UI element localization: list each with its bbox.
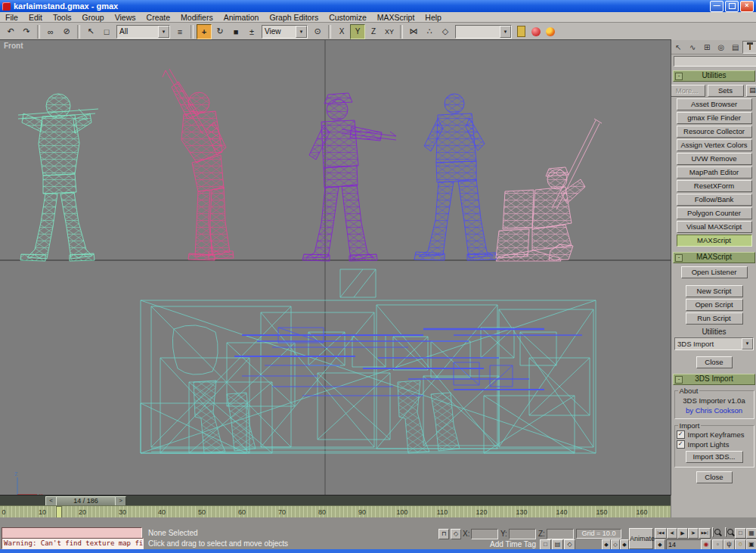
- zoom-extents-all-icon[interactable]: ▦: [746, 528, 756, 539]
- close-button[interactable]: ×: [740, 1, 754, 12]
- object-name-field[interactable]: [674, 56, 756, 67]
- menu-group[interactable]: Group: [77, 13, 110, 22]
- timeline-ruler[interactable]: 0 10 20 30 40 50 60 70 80 90 100 110 120…: [0, 505, 671, 517]
- tab-create-icon[interactable]: ↖: [671, 41, 686, 54]
- front-viewport[interactable]: Front: [0, 40, 671, 495]
- dropdown-arrow-icon[interactable]: ▼: [500, 26, 511, 38]
- key-window-icon[interactable]: ◆: [620, 539, 629, 550]
- undo-icon[interactable]: ↶: [3, 24, 18, 39]
- utilities-rollout-header[interactable]: - Utilities: [673, 70, 755, 82]
- pan-hand-icon[interactable]: ψ: [723, 539, 735, 550]
- adaptive-degradation-icon[interactable]: ▤: [552, 539, 563, 550]
- reference-coordinate-dropdown[interactable]: View ▼: [262, 25, 308, 39]
- track-view-icon[interactable]: [517, 26, 525, 37]
- assign-vertex-colors-button[interactable]: Assign Vertex Colors: [677, 139, 752, 151]
- uvw-remove-button[interactable]: UVW Remove: [677, 153, 752, 165]
- key-filters-icon[interactable]: ◇: [611, 539, 620, 550]
- arc-rotate-icon[interactable]: ○: [735, 539, 746, 550]
- maxscript-utility-button[interactable]: MAXScript: [677, 235, 752, 247]
- mappath-editor-button[interactable]: MapPath Editor: [677, 166, 752, 179]
- curve-editor-icon[interactable]: ∴: [422, 24, 437, 39]
- key-mode-toggle-icon[interactable]: ◆: [655, 539, 665, 550]
- dropdown-arrow-icon[interactable]: ▼: [296, 26, 307, 38]
- unlink-selection-icon[interactable]: ⊘: [59, 24, 74, 39]
- menu-maxscript[interactable]: MAXScript: [372, 13, 420, 22]
- z-coordinate-field[interactable]: [547, 529, 574, 539]
- menu-views[interactable]: Views: [110, 13, 141, 22]
- viewport-label[interactable]: Front: [4, 42, 23, 50]
- go-to-end-icon[interactable]: ▶▶|: [699, 528, 711, 539]
- import-lights-checkbox[interactable]: ✓: [677, 440, 685, 449]
- menu-help[interactable]: Help: [420, 13, 447, 22]
- utility-select-dropdown[interactable]: 3DS Import ▼: [674, 337, 754, 350]
- maxscript-close-button[interactable]: Close: [696, 356, 733, 368]
- import-keyframes-checkbox[interactable]: ✓: [677, 430, 685, 439]
- select-and-move-icon[interactable]: +: [197, 24, 212, 39]
- go-to-start-icon[interactable]: |◀◀: [655, 528, 667, 539]
- mirror-icon[interactable]: ⋈: [406, 24, 421, 39]
- maxscript-rollout-header[interactable]: - MAXScript: [673, 252, 755, 263]
- select-object-icon[interactable]: ↖: [83, 24, 98, 39]
- min-max-toggle-icon[interactable]: ▣: [746, 539, 756, 550]
- new-script-button[interactable]: New Script: [686, 285, 743, 297]
- redo-icon[interactable]: ↷: [19, 24, 34, 39]
- set-key-icon[interactable]: ◆: [602, 539, 611, 550]
- menu-animation[interactable]: Animation: [218, 13, 265, 22]
- follow-bank-button[interactable]: Follow/Bank: [677, 194, 752, 206]
- selection-region-icon[interactable]: □: [99, 24, 114, 39]
- maxscript-mini-listener-output[interactable]: Warning: Can't find texture map file P_8…: [2, 538, 144, 549]
- importer-rollout-header[interactable]: - 3DS Import: [673, 374, 755, 385]
- animate-button[interactable]: Animate: [629, 528, 653, 549]
- restrict-xy-plane-button[interactable]: XY: [382, 24, 397, 39]
- visual-maxscript-button[interactable]: Visual MAXScript: [677, 221, 752, 233]
- gmax-file-finder-button[interactable]: gmax File Finder: [677, 112, 752, 124]
- x-coordinate-field[interactable]: [471, 529, 498, 539]
- region-zoom-icon[interactable]: ▫: [712, 539, 723, 550]
- wireframe-figure-rose[interactable]: [496, 119, 602, 261]
- dropdown-arrow-icon[interactable]: ▼: [742, 338, 753, 350]
- restrict-z-button[interactable]: Z: [366, 24, 381, 39]
- restrict-x-button[interactable]: X: [334, 24, 349, 39]
- utilities-config-icon[interactable]: ▤: [746, 85, 756, 97]
- select-and-rotate-icon[interactable]: ↻: [212, 24, 228, 39]
- polygon-counter-button[interactable]: Polygon Counter: [677, 207, 752, 219]
- select-and-manipulate-icon[interactable]: ±: [244, 24, 259, 39]
- menu-file[interactable]: File: [0, 13, 23, 22]
- zoom-all-icon[interactable]: [725, 527, 727, 537]
- tab-display-icon[interactable]: ▤: [728, 41, 742, 54]
- menu-graph-editors[interactable]: Graph Editors: [264, 13, 324, 22]
- restrict-y-button[interactable]: Y: [350, 24, 365, 39]
- zoom-icon[interactable]: [712, 527, 714, 537]
- tab-motion-icon[interactable]: ◎: [714, 41, 728, 54]
- collapse-icon[interactable]: -: [675, 254, 683, 262]
- minimize-button[interactable]: —: [710, 1, 723, 12]
- asset-browser-button[interactable]: Asset Browser: [677, 98, 752, 110]
- play-animation-icon[interactable]: ▶: [677, 528, 688, 539]
- y-coordinate-field[interactable]: [509, 529, 536, 539]
- tab-modify-icon[interactable]: ∿: [686, 41, 700, 54]
- wireframe-figure-blue[interactable]: [414, 94, 497, 260]
- open-script-button[interactable]: Open Script: [686, 299, 743, 311]
- zoom-extents-icon[interactable]: □: [735, 528, 746, 539]
- collapse-icon[interactable]: -: [675, 376, 683, 384]
- next-frame-icon[interactable]: |▶: [688, 528, 699, 539]
- time-configuration-icon[interactable]: ◉: [701, 539, 711, 550]
- degradation-toggle-icon[interactable]: □: [540, 539, 551, 550]
- tab-utilities-icon[interactable]: [742, 41, 756, 54]
- menu-customize[interactable]: Customize: [324, 13, 372, 22]
- quick-render-icon[interactable]: [546, 27, 555, 36]
- menu-modifiers[interactable]: Modifiers: [175, 13, 218, 22]
- menu-edit[interactable]: Edit: [23, 13, 48, 22]
- tab-hierarchy-icon[interactable]: ⊞: [700, 41, 714, 54]
- add-time-tag[interactable]: Add Time Tag: [490, 539, 536, 549]
- more-button[interactable]: More...: [669, 85, 705, 97]
- track-bar[interactable]: < 14 / 186 >: [0, 495, 671, 505]
- render-scene-icon[interactable]: [531, 27, 541, 36]
- select-by-name-icon[interactable]: ≡: [172, 24, 187, 39]
- sets-button[interactable]: Sets: [708, 85, 744, 97]
- selection-filter-dropdown[interactable]: All ▼: [116, 25, 170, 39]
- previous-frame-icon[interactable]: ◀|: [667, 528, 677, 539]
- wireframe-figure-pink[interactable]: [163, 69, 234, 260]
- open-listener-button[interactable]: Open Listener: [681, 266, 748, 278]
- wireframe-cluster-legs[interactable]: [194, 381, 460, 453]
